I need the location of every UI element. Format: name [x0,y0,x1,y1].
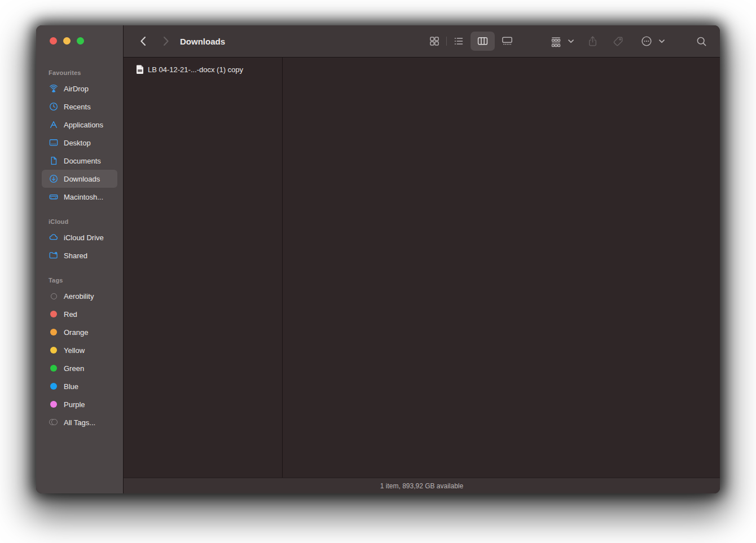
applications-icon [49,120,59,130]
sidebar-item-label: Red [64,310,77,319]
sidebar-item-documents[interactable]: Documents [42,152,117,170]
tag-dot-icon [49,327,59,337]
forward-button[interactable] [158,32,174,51]
all-tags-icon [49,417,59,427]
tag-dot-icon [49,399,59,409]
sidebar-item-label: Aerobility [64,292,94,301]
sidebar-item-label: Blue [64,382,78,391]
icon-view-button[interactable] [422,32,446,51]
docx-file-icon [136,65,144,74]
share-button[interactable] [581,32,604,51]
tag-dot-icon [49,363,59,373]
sidebar-item-recents[interactable]: Recents [42,98,117,116]
sidebar-item-label: AirDrop [64,85,89,93]
cloud-icon [49,232,59,242]
sidebar-item-airdrop[interactable]: AirDrop [42,80,117,98]
sidebar-item-label: iCloud Drive [64,233,104,242]
back-button[interactable] [135,32,151,51]
sidebar: Favourites AirDrop Recents [36,25,124,493]
list-view-button[interactable] [446,32,471,51]
tag-dot-icon [49,345,59,355]
sidebar-item-desktop[interactable]: Desktop [42,134,117,152]
sidebar-item-tag-orange[interactable]: Orange [42,323,117,341]
group-menu-button[interactable] [546,32,578,51]
tag-circle-outline-icon [49,291,59,301]
file-browser-columns: LB 04-12-21-...-docx (1) copy [124,58,720,478]
sidebar-item-label: Macintosh... [64,193,103,201]
view-mode-switcher [422,32,519,51]
sidebar-item-tag-yellow[interactable]: Yellow [42,341,117,359]
section-header: Tags [36,273,123,287]
sidebar-item-tag-purple[interactable]: Purple [42,395,117,413]
clock-icon [49,101,59,112]
column-view-button[interactable] [471,32,495,51]
sidebar-item-label: Green [64,364,84,373]
column-2-empty[interactable] [283,58,720,478]
sidebar-item-tag-blue[interactable]: Blue [42,377,117,395]
segment-divider [446,37,447,46]
hard-drive-icon [49,192,59,202]
sidebar-item-label: Applications [64,121,103,129]
tag-button[interactable] [606,32,629,51]
status-bar: 1 item, 893,92 GB available [124,478,720,493]
download-circle-icon [49,174,59,184]
sidebar-item-label: All Tags... [64,418,95,427]
desktop-icon [49,138,59,148]
sidebar-item-label: Downloads [64,175,100,183]
sidebar-item-tag-green[interactable]: Green [42,359,117,377]
close-button[interactable] [50,37,57,45]
sidebar-item-label: Recents [64,103,91,111]
minimize-button[interactable] [63,37,71,45]
file-name: LB 04-12-21-...-docx (1) copy [148,65,243,74]
screenshot-stage: Favourites AirDrop Recents [0,0,756,543]
section-header: Favourites [36,66,123,80]
sidebar-item-label: Yellow [64,346,85,355]
column-1: LB 04-12-21-...-docx (1) copy [124,58,283,478]
main-area: Downloads [124,25,720,493]
sidebar-item-label: Shared [64,251,87,260]
sidebar-item-all-tags[interactable]: All Tags... [42,413,117,431]
tag-dot-icon [49,381,59,391]
sidebar-item-label: Documents [64,157,101,165]
status-text: 1 item, 893,92 GB available [380,482,463,490]
zoom-button[interactable] [77,37,84,45]
chevron-down-icon [659,39,665,43]
sidebar-item-label: Orange [64,328,88,337]
sidebar-item-downloads[interactable]: Downloads [42,170,117,188]
sidebar-item-tag-aerobility[interactable]: Aerobility [42,287,117,305]
sidebar-section-icloud: iCloud iCloud Drive [36,215,123,264]
gallery-view-button[interactable] [495,32,519,51]
window-title: Downloads [180,25,225,58]
sidebar-item-label: Desktop [64,139,91,147]
chevron-down-icon [568,39,574,43]
airdrop-icon [49,83,59,94]
sidebar-section-tags: Tags Aerobility Red Orange Yellow [36,273,123,431]
sidebar-item-macintosh-hd[interactable]: Macintosh... [42,188,117,206]
more-menu-button[interactable] [635,32,670,51]
file-item[interactable]: LB 04-12-21-...-docx (1) copy [127,63,279,76]
sidebar-item-shared[interactable]: Shared [42,246,117,264]
traffic-lights [50,37,84,45]
search-button[interactable] [690,32,713,51]
sidebar-item-tag-red[interactable]: Red [42,305,117,323]
sidebar-item-applications[interactable]: Applications [42,116,117,134]
sidebar-item-icloud-drive[interactable]: iCloud Drive [42,228,117,246]
section-header: iCloud [36,215,123,228]
sidebar-section-favourites: Favourites AirDrop Recents [36,66,123,206]
shared-folder-icon [49,250,59,261]
sidebar-item-label: Purple [64,400,85,409]
finder-window: Favourites AirDrop Recents [36,25,720,493]
toolbar: Downloads [124,25,720,58]
tag-dot-icon [49,309,59,319]
document-icon [49,156,59,166]
